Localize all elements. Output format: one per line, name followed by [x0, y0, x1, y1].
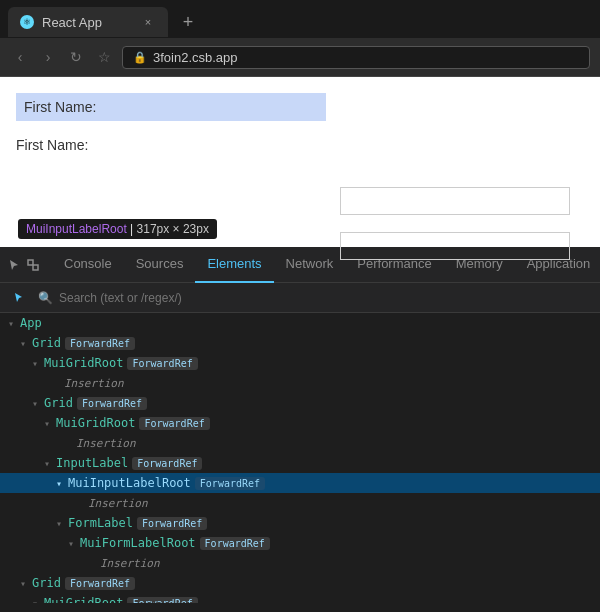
tab-console[interactable]: Console — [52, 247, 124, 283]
tree-row-muigridroot3[interactable]: ▾ MuiGridRoot ForwardRef — [0, 593, 600, 603]
comp-app: App — [20, 316, 42, 330]
tree-row-insertion3: Insertion — [0, 493, 600, 513]
right-input-top[interactable] — [340, 187, 570, 215]
element-picker-icon[interactable] — [8, 286, 32, 310]
tab-title: React App — [42, 15, 102, 30]
component-tree: ▾ App ▾ Grid ForwardRef ▾ MuiGridRoot Fo… — [0, 313, 600, 603]
search-input[interactable] — [59, 291, 592, 305]
devtools-cursor-icon[interactable] — [8, 253, 22, 277]
first-name-label: First Name: — [16, 137, 584, 153]
first-name-input[interactable] — [16, 93, 326, 121]
tree-row-grid1[interactable]: ▾ Grid ForwardRef — [0, 333, 600, 353]
back-button[interactable]: ‹ — [10, 47, 30, 67]
tree-row-insertion4: Insertion — [0, 553, 600, 573]
tree-row-grid2[interactable]: ▾ Grid ForwardRef — [0, 393, 600, 413]
tooltip-dims: 317px × 23px — [137, 222, 209, 236]
url-bar[interactable]: 🔒 3foin2.csb.app — [122, 46, 590, 69]
address-bar: ‹ › ↻ ☆ 🔒 3foin2.csb.app — [0, 38, 600, 76]
devtools-search-bar: 🔍 — [0, 283, 600, 313]
tree-row-insertion2: Insertion — [0, 433, 600, 453]
tab-close-button[interactable]: × — [140, 14, 156, 30]
tab-bar: ⚛ React App × + — [0, 0, 600, 38]
lock-icon: 🔒 — [133, 51, 147, 64]
svg-rect-1 — [33, 265, 38, 270]
new-tab-button[interactable]: + — [176, 10, 200, 34]
tab-favicon: ⚛ — [20, 15, 34, 29]
refresh-button[interactable]: ↻ — [66, 47, 86, 67]
element-tooltip: MuiInputLabelRoot | 317px × 23px — [18, 219, 217, 239]
browser-chrome: ⚛ React App × + ‹ › ↻ ☆ 🔒 3foin2.csb.app — [0, 0, 600, 77]
tab-sources[interactable]: Sources — [124, 247, 196, 283]
tree-row-insertion1: Insertion — [0, 373, 600, 393]
browser-tab[interactable]: ⚛ React App × — [8, 7, 168, 37]
devtools-inspect-icon[interactable] — [26, 253, 40, 277]
tree-row-muiinputlabelroot[interactable]: ▾ MuiInputLabelRoot ForwardRef — [0, 473, 600, 493]
search-icon: 🔍 — [38, 291, 53, 305]
tab-elements[interactable]: Elements — [195, 247, 273, 283]
tree-row-muigridroot2[interactable]: ▾ MuiGridRoot ForwardRef — [0, 413, 600, 433]
tree-row-grid3[interactable]: ▾ Grid ForwardRef — [0, 573, 600, 593]
tree-row-muiformlabelroot[interactable]: ▾ MuiFormLabelRoot ForwardRef — [0, 533, 600, 553]
bookmark-button[interactable]: ☆ — [94, 47, 114, 67]
page-content: MuiInputLabelRoot | 317px × 23px First N… — [0, 77, 600, 247]
tooltip-component: MuiInputLabelRoot — [26, 222, 127, 236]
tree-row-app[interactable]: ▾ App — [0, 313, 600, 333]
devtools-panel: Console Sources Elements Network Perform… — [0, 247, 600, 603]
tree-row-muigridroot1[interactable]: ▾ MuiGridRoot ForwardRef — [0, 353, 600, 373]
tree-row-inputlabel[interactable]: ▾ InputLabel ForwardRef — [0, 453, 600, 473]
tab-network[interactable]: Network — [274, 247, 346, 283]
right-input-bottom[interactable] — [340, 232, 570, 260]
url-text: 3foin2.csb.app — [153, 50, 238, 65]
tree-row-formlabel[interactable]: ▾ FormLabel ForwardRef — [0, 513, 600, 533]
forward-button[interactable]: › — [38, 47, 58, 67]
